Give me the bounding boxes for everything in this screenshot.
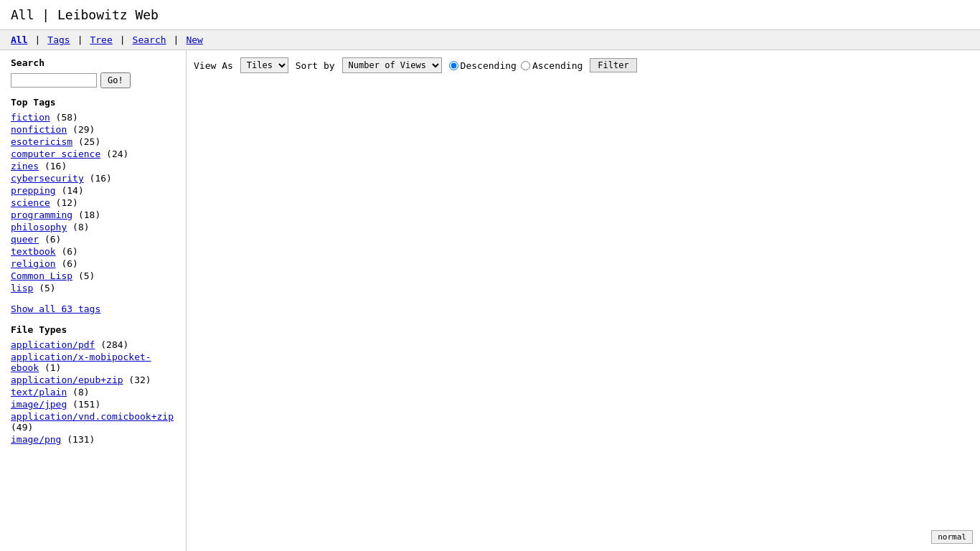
file-type-list: application/pdf (284)application/x-mobip…: [11, 339, 175, 445]
tag-list-item: zines (16): [11, 161, 175, 171]
tag-list-item: philosophy (8): [11, 222, 175, 232]
sort-order-group: Descending Ascending: [449, 60, 583, 71]
tag-link-1[interactable]: nonfiction: [11, 124, 67, 135]
tag-list-item: Common Lisp (5): [11, 270, 175, 281]
top-tags-title: Top Tags: [11, 97, 175, 108]
tag-link-10[interactable]: queer: [11, 234, 39, 245]
ascending-radio[interactable]: [521, 61, 530, 70]
ascending-label: Ascending: [532, 60, 583, 71]
tag-list-item: textbook (6): [11, 246, 175, 257]
file-type-item: application/epub+zip (32): [11, 375, 175, 385]
tag-link-12[interactable]: religion: [11, 258, 56, 269]
main-content: View As TilesList Sort by Number of View…: [187, 50, 980, 551]
file-type-link-5[interactable]: application/vnd.comicbook+zip: [11, 411, 174, 422]
tag-link-11[interactable]: textbook: [11, 246, 56, 257]
tag-list-item: prepping (14): [11, 185, 175, 196]
search-row: Go!: [11, 72, 175, 88]
tag-link-9[interactable]: philosophy: [11, 222, 67, 232]
nav-tags[interactable]: Tags: [47, 34, 70, 45]
descending-radio-label[interactable]: Descending: [449, 60, 517, 71]
normal-badge: normal: [931, 530, 973, 544]
file-type-link-2[interactable]: application/epub+zip: [11, 375, 123, 385]
tag-link-0[interactable]: fiction: [11, 112, 50, 123]
file-type-item: image/jpeg (151): [11, 399, 175, 410]
file-type-link-4[interactable]: image/jpeg: [11, 399, 67, 410]
layout: Search Go! Top Tags fiction (58)nonficti…: [0, 50, 980, 551]
header: All | Leibowitz Web: [0, 0, 980, 30]
tag-list: fiction (58)nonfiction (29)esotericism (…: [11, 112, 175, 293]
file-type-link-0[interactable]: application/pdf: [11, 339, 95, 350]
toolbar: View As TilesList Sort by Number of View…: [194, 57, 973, 73]
tag-link-8[interactable]: programming: [11, 209, 72, 220]
filter-button[interactable]: Filter: [590, 58, 636, 72]
tag-list-item: fiction (58): [11, 112, 175, 123]
show-all-tags[interactable]: Show all 63 tags: [11, 303, 175, 314]
nav-tree[interactable]: Tree: [90, 34, 112, 45]
sort-by-label: Sort by: [296, 60, 335, 71]
descending-label: Descending: [461, 60, 517, 71]
view-as-label: View As: [194, 60, 233, 71]
go-button[interactable]: Go!: [100, 72, 131, 88]
nav-all[interactable]: All: [11, 34, 27, 45]
tag-link-3[interactable]: computer science: [11, 149, 100, 159]
file-type-item: application/vnd.comicbook+zip (49): [11, 411, 175, 433]
tag-link-4[interactable]: zines: [11, 161, 39, 171]
file-types-title: File Types: [11, 324, 175, 335]
file-type-item: image/png (131): [11, 434, 175, 445]
nav-new[interactable]: New: [186, 34, 202, 45]
tag-link-6[interactable]: prepping: [11, 185, 56, 196]
tag-link-2[interactable]: esotericism: [11, 136, 72, 147]
file-type-link-6[interactable]: image/png: [11, 434, 61, 445]
file-type-link-3[interactable]: text/plain: [11, 387, 67, 397]
page-title: All | Leibowitz Web: [11, 7, 969, 22]
file-type-item: application/pdf (284): [11, 339, 175, 350]
search-input[interactable]: [11, 73, 97, 88]
nav-search[interactable]: Search: [133, 34, 166, 45]
sort-select[interactable]: Number of ViewsTitleDate Added: [342, 57, 442, 73]
view-as-select[interactable]: TilesList: [240, 57, 288, 73]
nav-bar: All | Tags | Tree | Search | New: [0, 30, 980, 50]
tag-list-item: religion (6): [11, 258, 175, 269]
file-type-item: text/plain (8): [11, 387, 175, 397]
tag-list-item: queer (6): [11, 234, 175, 245]
tag-list-item: computer science (24): [11, 149, 175, 159]
search-section-label: Search: [11, 57, 175, 68]
tag-list-item: cybersecurity (16): [11, 173, 175, 184]
tag-list-item: programming (18): [11, 209, 175, 220]
tag-link-7[interactable]: science: [11, 197, 50, 208]
tag-list-item: science (12): [11, 197, 175, 208]
tag-link-5[interactable]: cybersecurity: [11, 173, 84, 184]
tag-list-item: lisp (5): [11, 283, 175, 293]
file-type-link-1[interactable]: application/x-mobipocket-ebook: [11, 352, 151, 373]
tag-link-13[interactable]: Common Lisp: [11, 270, 72, 281]
tag-list-item: esotericism (25): [11, 136, 175, 147]
tag-list-item: nonfiction (29): [11, 124, 175, 135]
tag-link-14[interactable]: lisp: [11, 283, 33, 293]
ascending-radio-label[interactable]: Ascending: [521, 60, 583, 71]
descending-radio[interactable]: [449, 61, 458, 70]
sidebar: Search Go! Top Tags fiction (58)nonficti…: [0, 50, 187, 551]
file-type-item: application/x-mobipocket-ebook (1): [11, 352, 175, 373]
